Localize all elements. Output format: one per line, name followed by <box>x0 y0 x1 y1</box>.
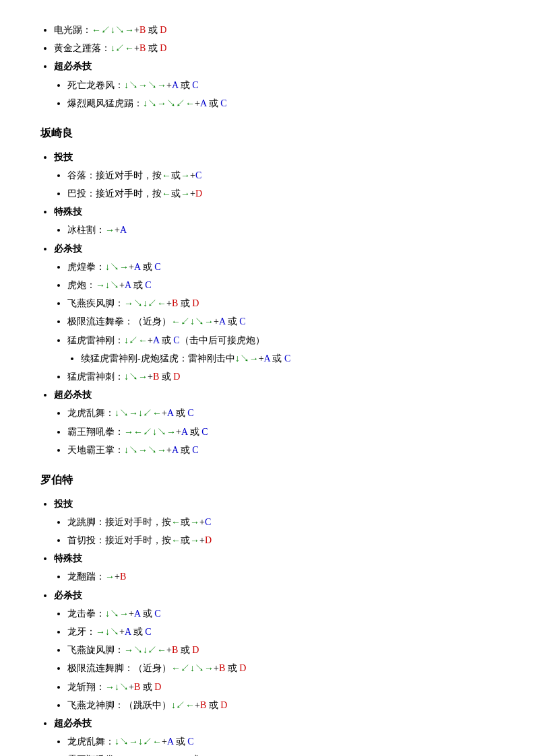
hissatsu-label: 必杀技 <box>54 590 82 600</box>
super-label: 超必杀技 <box>54 718 92 728</box>
motion-arrows: → <box>181 170 190 180</box>
motion-arrows: → <box>181 188 190 199</box>
throws-list: 谷落：接近对手时，按←或→+C 巴投：接近对手时，按←或→+D <box>67 167 495 202</box>
motion-arrows: →↓↘ <box>96 280 119 290</box>
btn-c: C <box>145 280 151 290</box>
list-item: 谷落：接近对手时，按←或→+C <box>67 167 495 184</box>
btn-b: B <box>172 298 178 308</box>
btn-a: A <box>125 627 131 637</box>
intro-super-list: 超必杀技 死亡龙卷风：↓↘→↘→+A 或 C 爆烈飓风猛虎踢：↓↘→↘↙←+A … <box>54 58 495 112</box>
super-robert-list: 龙虎乱舞：↓↘→↓↙←+A 或 C 霸王翔吼拳：→←↙↓↘→+A 或 C <box>67 733 495 756</box>
move-name: 龙翻踹： <box>67 572 105 582</box>
motion-arrows: ↓↙← <box>124 335 148 345</box>
motion-arrows: ← <box>162 188 171 199</box>
hissatsu-list: 虎煌拳：↓↘→+A 或 C 虎炮：→↓↘+A 或 C 飞燕疾风脚：→↘↓↙←+B… <box>67 259 495 385</box>
btn-b: B <box>139 43 146 53</box>
btn-b: B <box>139 25 146 35</box>
list-item: 爆烈飓风猛虎踢：↓↘→↘↙←+A 或 C <box>67 95 495 112</box>
throws-label: 投技 <box>54 152 73 162</box>
robert-main-list: 投技 龙跳脚：接近对手时，按←或→+C 首切投：接近对手时，按←或→+D 特殊技… <box>54 495 495 756</box>
btn-a: A <box>172 445 178 455</box>
list-item: 冰柱割：→+A <box>67 221 495 238</box>
btn-a: A <box>134 609 140 619</box>
motion-arrows: ↓↘→↓↙← <box>115 408 162 418</box>
motion-arrows: ← <box>162 170 171 180</box>
motion-arrows: ←↙↓↘→ <box>92 25 134 35</box>
btn-c: C <box>239 316 245 327</box>
btn-a: A <box>172 80 178 90</box>
or-text: 或 <box>148 43 158 53</box>
move-name: 或 <box>171 188 181 199</box>
move-name: 天地霸王掌： <box>67 445 124 455</box>
btn-d: D <box>195 188 202 199</box>
btn-b: B <box>134 682 140 692</box>
move-name: 龙跳脚：接近对手时，按 <box>67 517 171 527</box>
btn-b: B <box>153 372 159 382</box>
list-item: 霸王翔吼拳：→←↙↓↘→+A 或 C <box>67 423 495 440</box>
special-robert-list: 龙翻踹：→+B <box>67 568 495 585</box>
motion-arrows: ↓↘→↓↙← <box>115 736 162 747</box>
btn-d: D <box>160 25 166 35</box>
move-name: 巴投：接近对手时，按 <box>67 188 162 199</box>
list-item: 电光踢：←↙↓↘→+B 或 D <box>54 22 495 38</box>
list-item: 猛虎雷神刺：↓↘→+B 或 D <box>67 368 495 385</box>
motion-arrows: →←↙↓↘→ <box>124 427 176 437</box>
motion-arrows: →↘↓↙← <box>124 298 166 308</box>
btn-c: C <box>201 427 208 437</box>
btn-c: C <box>220 98 226 108</box>
list-item: 极限流连舞脚：（近身）←↙↓↘→+B 或 D <box>67 660 495 677</box>
or-text: 或 <box>181 80 190 90</box>
btn-b: B <box>172 645 178 655</box>
motion-arrows: ↓↘→ <box>124 372 148 382</box>
btn-c: C <box>205 517 211 527</box>
move-name: 龙击拳： <box>67 609 105 619</box>
category-special-robert: 特殊技 龙翻踹：→+B <box>54 550 495 585</box>
btn-a: A <box>181 427 187 437</box>
btn-a: A <box>167 408 173 418</box>
paren-text: （近身） <box>133 663 171 673</box>
list-item: 龙斩翔：→↓↘+B 或 D <box>67 679 495 695</box>
btn-a: A <box>219 316 225 327</box>
move-name: 虎炮： <box>67 280 96 290</box>
move-name: 爆烈飓风猛虎踢： <box>67 98 143 108</box>
btn-d: D <box>239 663 246 673</box>
btn-c: C <box>173 335 179 345</box>
move-name: 霸王翔吼拳： <box>67 427 124 437</box>
btn-d: D <box>192 298 199 308</box>
intro-list: 电光踢：←↙↓↘→+B 或 D 黄金之踵落：↓↙←+B 或 D <box>54 22 495 57</box>
move-name: 龙虎乱舞： <box>67 736 115 747</box>
move-name: 龙虎乱舞： <box>67 408 115 418</box>
motion-arrows: ↓↘→ <box>235 353 259 364</box>
list-item: 龙牙：→↓↘+A 或 C <box>67 623 495 640</box>
list-item: 龙跳脚：接近对手时，按←或→+C <box>67 514 495 530</box>
paren-text: （击中后可接虎炮） <box>180 335 265 345</box>
category-special: 特殊技 冰柱割：→+A <box>54 203 495 238</box>
category-label: 超必杀技 <box>54 61 92 71</box>
move-name: 续猛虎雷神刚-虎炮猛虎：雷神刚击中 <box>81 353 235 364</box>
sakazaki-main-list: 投技 谷落：接近对手时，按←或→+C 巴投：接近对手时，按←或→+D 特殊技 冰… <box>54 149 495 458</box>
btn-d: D <box>154 682 161 692</box>
move-name: 虎煌拳： <box>67 262 105 272</box>
motion-arrows: → <box>190 535 199 545</box>
motion-arrows: ← <box>171 535 181 545</box>
move-name: 或 <box>181 517 190 527</box>
move-name: 黄金之踵落： <box>54 43 111 53</box>
throws-robert-list: 龙跳脚：接近对手时，按←或→+C 首切投：接近对手时，按←或→+D <box>67 514 495 549</box>
special-list: 冰柱割：→+A <box>67 221 495 238</box>
move-name: 飞燕旋风脚： <box>67 645 124 655</box>
list-item: 飞燕疾风脚：→↘↓↙←+B 或 D <box>67 295 495 312</box>
list-item: 天地霸王掌：↓↘→↘→+A 或 C <box>67 442 495 458</box>
list-item: 续猛虎雷神刚-虎炮猛虎：雷神刚击中↓↘→+A 或 C <box>81 350 495 367</box>
btn-c: C <box>284 353 290 364</box>
btn-a: A <box>134 262 140 272</box>
btn-a: A <box>200 98 206 108</box>
list-item: 巴投：接近对手时，按←或→+D <box>67 185 495 202</box>
category-super-robert: 超必杀技 龙虎乱舞：↓↘→↓↙←+A 或 C 霸王翔吼拳：→←↙↓↘→+A 或 … <box>54 715 495 756</box>
category-super-sakazaki: 超必杀技 龙虎乱舞：↓↘→↓↙←+A 或 C 霸王翔吼拳：→←↙↓↘→+A 或 … <box>54 386 495 458</box>
move-name: 猛虎雷神刚： <box>67 335 124 345</box>
super-label: 超必杀技 <box>54 390 92 400</box>
move-name: 猛虎雷神刺： <box>67 372 124 382</box>
category-throws-robert: 投技 龙跳脚：接近对手时，按←或→+C 首切投：接近对手时，按←或→+D <box>54 495 495 549</box>
btn-c: C <box>187 736 193 747</box>
move-name: 首切投：接近对手时，按 <box>67 535 171 545</box>
